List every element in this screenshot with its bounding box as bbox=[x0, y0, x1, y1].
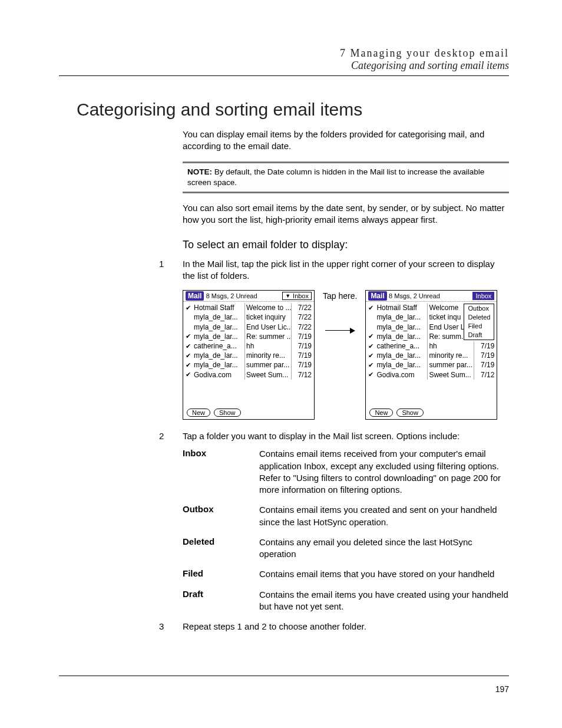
list-item: ✔myla_de_lar...minority re...7/19 bbox=[368, 351, 494, 360]
step-2: 2 Tap a folder you want to display in th… bbox=[59, 430, 509, 442]
header-rule bbox=[59, 75, 509, 76]
folder-picklist-open[interactable]: Inbox bbox=[472, 292, 494, 300]
step-number: 3 bbox=[159, 621, 164, 633]
dropdown-item[interactable]: Filed bbox=[464, 322, 494, 331]
procedure-heading: To select an email folder to display: bbox=[183, 238, 509, 252]
dropdown-item[interactable]: Outbox bbox=[464, 304, 494, 313]
note-text: By default, the Date column is hidden in… bbox=[187, 167, 484, 187]
step-text: Tap a folder you want to display in the … bbox=[183, 431, 459, 441]
dropdown-arrow-icon: ▼ bbox=[285, 293, 290, 299]
definition-desc: Contains any email you deleted since the… bbox=[259, 536, 509, 561]
step-3: 3 Repeat steps 1 and 2 to choose another… bbox=[59, 621, 509, 633]
definition-desc: Contains email items received from your … bbox=[259, 448, 509, 496]
definition-item: Outbox Contains email items you created … bbox=[183, 504, 509, 528]
mail-screen-open: Mail 8 Msgs, 2 Unread Inbox Outbox Delet… bbox=[365, 290, 497, 420]
new-button[interactable]: New bbox=[187, 409, 210, 417]
note-box: NOTE: By default, the Date column is hid… bbox=[183, 162, 509, 193]
list-item: myla_de_lar...ticket inquiry7/22 bbox=[186, 312, 312, 322]
app-title: Mail bbox=[368, 291, 386, 301]
list-item: ✔myla_de_lar...summer par...7/19 bbox=[368, 360, 494, 370]
definition-item: Filed Contains email items that you have… bbox=[183, 568, 509, 580]
picklist-value: Inbox bbox=[293, 292, 309, 299]
show-button[interactable]: Show bbox=[214, 409, 241, 417]
definition-term: Deleted bbox=[183, 536, 259, 561]
page-number: 197 bbox=[495, 684, 509, 694]
screenshots-row: Mail 8 Msgs, 2 Unread ▼ Inbox ✔Hotmail S… bbox=[183, 290, 509, 420]
step-1: 1 In the Mail list, tap the pick list in… bbox=[59, 258, 509, 282]
definition-desc: Contains email items that you have store… bbox=[259, 568, 509, 580]
mail-screen-closed: Mail 8 Msgs, 2 Unread ▼ Inbox ✔Hotmail S… bbox=[183, 290, 315, 420]
dropdown-item[interactable]: Deleted bbox=[464, 313, 494, 322]
folder-picklist[interactable]: ▼ Inbox bbox=[282, 292, 312, 300]
chapter-subtitle: Categorising and sorting email items bbox=[59, 60, 509, 72]
list-item: ✔myla_de_lar...Re: summer ...7/19 bbox=[186, 332, 312, 341]
callout-label: Tap here. bbox=[323, 291, 357, 301]
footer-rule bbox=[59, 676, 509, 676]
mail-list: ✔Hotmail StaffWelcome to ...7/22 myla_de… bbox=[183, 302, 314, 381]
show-button[interactable]: Show bbox=[396, 409, 424, 417]
step-number: 1 bbox=[159, 258, 164, 270]
list-item: ✔myla_de_lar...summer par...7/19 bbox=[186, 360, 312, 370]
definition-item: Inbox Contains email items received from… bbox=[183, 448, 509, 496]
list-item: ✔Godiva.comSweet Sum...7/12 bbox=[186, 370, 312, 380]
definition-desc: Contains the email items you have create… bbox=[259, 589, 509, 613]
mail-count-label: 8 Msgs, 2 Unread bbox=[206, 292, 257, 299]
definition-desc: Contains email items you created and sen… bbox=[259, 504, 509, 528]
definition-term: Draft bbox=[183, 589, 259, 613]
step-number: 2 bbox=[159, 430, 164, 442]
list-item: ✔myla_de_lar...minority re...7/19 bbox=[186, 351, 312, 360]
definition-item: Deleted Contains any email you deleted s… bbox=[183, 536, 509, 561]
folder-dropdown: Outbox Deleted Filed Draft bbox=[464, 304, 494, 340]
definitions-list: Inbox Contains email items received from… bbox=[183, 448, 509, 612]
list-item: myla_de_lar...End User Lic...7/22 bbox=[186, 322, 312, 332]
list-item: ✔catherine_a...hh7/19 bbox=[186, 341, 312, 351]
picklist-value: Inbox bbox=[475, 292, 491, 299]
dropdown-item[interactable]: Draft bbox=[464, 331, 494, 340]
app-title: Mail bbox=[186, 291, 204, 301]
definition-term: Inbox bbox=[183, 448, 259, 496]
chapter-label: 7 Managing your desktop email bbox=[59, 47, 509, 60]
mail-count-label: 8 Msgs, 2 Unread bbox=[389, 292, 440, 299]
list-item: ✔catherine_a...hh7/19 bbox=[368, 341, 494, 351]
definition-term: Filed bbox=[183, 568, 259, 580]
definition-term: Outbox bbox=[183, 504, 259, 528]
definition-item: Draft Contains the email items you have … bbox=[183, 589, 509, 613]
intro-paragraph-2: You can also sort email items by the dat… bbox=[183, 202, 509, 226]
list-item: ✔Godiva.comSweet Sum...7/12 bbox=[368, 370, 494, 380]
list-item: ✔Hotmail StaffWelcome to ...7/22 bbox=[186, 303, 312, 312]
new-button[interactable]: New bbox=[369, 409, 393, 417]
section-title: Categorising and sorting email items bbox=[77, 100, 509, 120]
intro-paragraph-1: You can display email items by the folde… bbox=[183, 129, 509, 153]
arrow-icon bbox=[325, 324, 355, 335]
step-text: In the Mail list, tap the pick list in t… bbox=[183, 259, 494, 281]
step-text: Repeat steps 1 and 2 to choose another f… bbox=[183, 621, 366, 631]
note-label: NOTE: bbox=[187, 167, 212, 176]
